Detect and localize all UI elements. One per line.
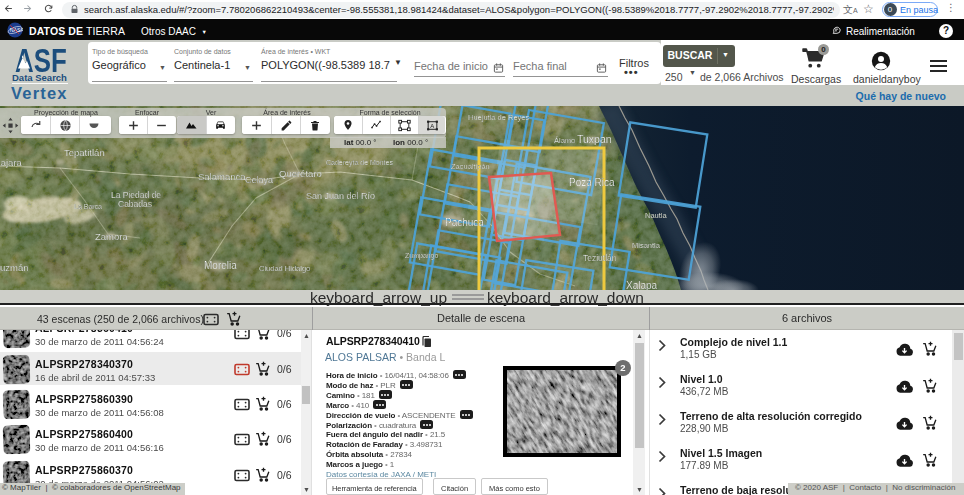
svg-text:Teziutlán: Teziutlán: [583, 253, 617, 263]
svg-text:Zumpango: Zumpango: [405, 252, 439, 260]
svg-text:Querétaro: Querétaro: [279, 168, 322, 179]
svg-text:A: A: [430, 123, 434, 129]
svg-text:Guadalajara: Guadalajara: [0, 157, 22, 168]
svg-text:Pachuca: Pachuca: [445, 217, 484, 228]
svg-text:Cadereyta de Montes: Cadereyta de Montes: [326, 159, 393, 167]
svg-text:Tepatitlán: Tepatitlán: [64, 147, 105, 158]
svg-text:Zamora: Zamora: [95, 231, 128, 242]
svg-text:Álamo: Álamo: [554, 136, 575, 145]
svg-text:San Juan del Río: San Juan del Río: [306, 191, 375, 201]
svg-text:Poza Rica: Poza Rica: [569, 177, 615, 188]
svg-text:Cabadas: Cabadas: [118, 199, 152, 209]
svg-text:Tuxpan: Tuxpan: [577, 133, 612, 145]
svg-text:Celaya: Celaya: [245, 175, 273, 185]
svg-text:Misantla: Misantla: [632, 241, 661, 250]
svg-text:Huejutla de Reyes: Huejutla de Reyes: [468, 113, 530, 122]
svg-text:uzmán: uzmán: [0, 262, 29, 273]
svg-text:Salamanca: Salamanca: [198, 171, 246, 182]
svg-text:Zacualtipán: Zacualtipán: [451, 162, 490, 171]
svg-text:La Barca: La Barca: [74, 203, 102, 210]
svg-text:Ciudad Hidalgo: Ciudad Hidalgo: [259, 264, 310, 273]
svg-text:Nautla: Nautla: [645, 211, 668, 220]
svg-text:Morelia: Morelia: [204, 260, 237, 271]
svg-text:NASA: NASA: [10, 27, 23, 33]
